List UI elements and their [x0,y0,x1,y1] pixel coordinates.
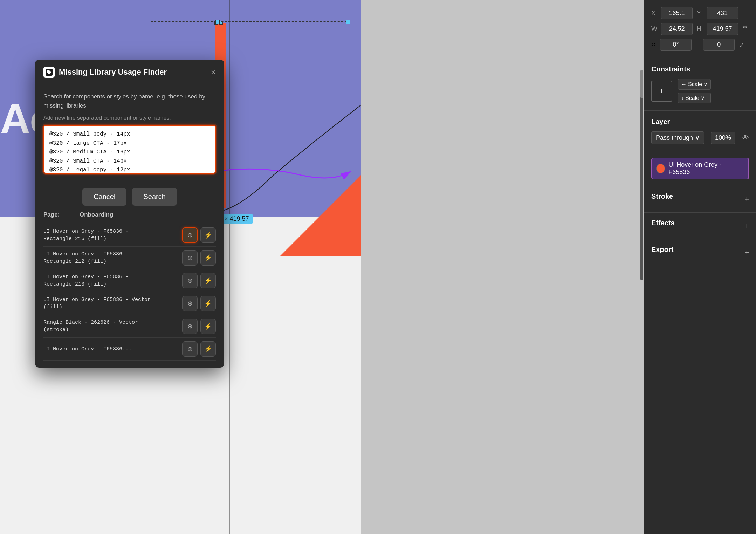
blend-mode-chevron: ∨ [695,134,700,142]
add-effect-button[interactable]: + [744,221,749,231]
v-constraint-label: Scale [685,95,699,101]
focus-button-3[interactable]: ⊕ [182,273,198,288]
relink-button-1[interactable]: ⚡ [200,227,216,243]
result-row-1: UI Hover on Grey - F65836 -Rectangle 216… [43,224,216,247]
rotate-row: ↺ ⌐ ⤢ [651,39,749,51]
visibility-icon[interactable]: 👁 [742,134,749,142]
result-actions-5: ⊕ ⚡ [182,319,216,334]
h-constraint-chevron: ∨ [703,81,708,88]
right-panel: X Y W H ⇔ ↺ ⌐ ⤢ [644,0,756,534]
h-item: H [697,23,738,35]
dialog-hint: Add new line separated component or styl… [43,115,216,121]
opacity-input[interactable] [711,132,735,144]
blend-mode-label: Pass through [656,134,693,142]
add-stroke-button[interactable]: + [744,195,749,204]
dialog-title-row: Missing Library Usage Finder [43,67,167,78]
vertical-guide-line [229,0,230,534]
relink-button-3[interactable]: ⚡ [200,273,216,288]
export-title: Export [651,246,673,254]
add-export-button[interactable]: + [744,248,749,257]
missing-library-dialog: Missing Library Usage Finder × Search fo… [35,60,224,368]
x-input[interactable] [661,7,693,19]
x-label: X [651,9,658,17]
focus-button-4[interactable]: ⊕ [182,296,198,311]
result-name-5: Rangle Black - 262626 - Vector(stroke) [43,319,182,334]
dialog-logo [43,67,55,78]
relink-button-2[interactable]: ⚡ [200,250,216,266]
result-row-2: UI Hover on Grey - F65836 -Rectangle 212… [43,247,216,269]
orange-triangle [280,175,361,256]
effects-section: Effects + [644,213,756,239]
xy-row: X Y [651,7,749,19]
layer-row: Pass through ∨ 👁 [651,131,749,144]
layer-title: Layer [651,118,749,126]
rotate-icon: ↺ [651,41,656,48]
fill-section: UI Hover on Grey - F65836 — [644,151,756,186]
dashed-selection-line [151,21,350,28]
constraints-box: ↔ Scale ∨ ↕ Scale ∨ [651,79,749,103]
fill-swatch: UI Hover on Grey - F65836 [656,161,736,176]
v-constraint-chevron: ∨ [701,95,705,101]
result-row-3: UI Hover on Grey - F65836 -Rectangle 213… [43,269,216,292]
remove-fill-button[interactable]: — [736,164,744,173]
h-label: H [697,25,704,33]
h-constraint-label: Scale [688,81,702,88]
constraint-left-border [651,91,654,91]
focus-button-2[interactable]: ⊕ [182,250,198,266]
constraints-section: Constraints ↔ Scale ∨ ↕ Scale ∨ [644,58,756,111]
y-item: Y [697,7,738,19]
result-actions-1: ⊕ ⚡ [182,227,216,243]
result-row-5: Rangle Black - 262626 - Vector(stroke) ⊕… [43,315,216,338]
result-name-6: UI Hover on Grey - F65836... [43,345,182,353]
result-actions-4: ⊕ ⚡ [182,296,216,311]
result-row-4: UI Hover on Grey - F65836 - Vector(fill)… [43,292,216,315]
focus-button-5[interactable]: ⊕ [182,319,198,334]
focus-button-6[interactable]: ⊕ [182,341,198,357]
search-textarea[interactable]: @320 / Small body - 14px @320 / Large CT… [43,125,216,174]
fill-row-highlighted: UI Hover on Grey - F65836 — [651,158,749,179]
scrollbar-thumb[interactable] [640,70,643,98]
effects-title: Effects [651,219,675,227]
dialog-header: Missing Library Usage Finder × [35,60,224,85]
stroke-section: Stroke + [644,186,756,213]
layer-section: Layer Pass through ∨ 👁 [644,111,756,151]
v-constraint-icon: ↕ [681,95,684,101]
h-constraint-select[interactable]: ↔ Scale ∨ [678,79,711,90]
dialog-title: Missing Library Usage Finder [59,68,167,77]
export-section: Export + [644,239,756,266]
fill-name: UI Hover on Grey - F65836 [668,161,736,176]
link-dimensions-icon[interactable]: ⇔ [742,23,748,35]
dialog-buttons: Cancel Search [35,182,224,211]
fill-color-dot[interactable] [656,164,665,173]
rotate-input[interactable] [660,39,692,51]
focus-button-1[interactable]: ⊕ [182,227,198,243]
y-input[interactable] [707,7,738,19]
constraint-options: ↔ Scale ∨ ↕ Scale ∨ [678,79,711,103]
search-button[interactable]: Search [132,188,177,206]
expand-icon[interactable]: ⤢ [739,41,744,49]
stroke-title: Stroke [651,192,673,200]
constraints-title: Constraints [651,65,749,73]
v-constraint-select[interactable]: ↕ Scale ∨ [678,93,711,103]
result-name-4: UI Hover on Grey - F65836 - Vector(fill) [43,296,182,311]
scrollbar[interactable] [640,70,643,280]
dialog-body: Search for components or styles by name,… [35,85,224,182]
dialog-description: Search for components or styles by name,… [43,92,216,110]
x-item: X [651,7,693,19]
relink-button-4[interactable]: ⚡ [200,296,216,311]
w-input[interactable] [661,23,693,35]
dialog-close-button[interactable]: × [211,67,216,77]
blend-mode-select[interactable]: Pass through ∨ [651,131,704,144]
h-input[interactable] [707,23,738,35]
corner-input[interactable] [703,39,735,51]
wh-row: W H ⇔ [651,23,749,35]
result-name-1: UI Hover on Grey - F65836 -Rectangle 216… [43,228,182,242]
position-size-section: X Y W H ⇔ ↺ ⌐ ⤢ [644,0,756,58]
h-constraint-icon: ↔ [681,81,687,88]
result-row-6: UI Hover on Grey - F65836... ⊕ ⚡ [43,338,216,361]
relink-button-6[interactable]: ⚡ [200,341,216,357]
result-actions-2: ⊕ ⚡ [182,250,216,266]
cancel-button[interactable]: Cancel [82,188,126,206]
relink-button-5[interactable]: ⚡ [200,319,216,334]
result-name-2: UI Hover on Grey - F65836 -Rectangle 212… [43,251,182,265]
